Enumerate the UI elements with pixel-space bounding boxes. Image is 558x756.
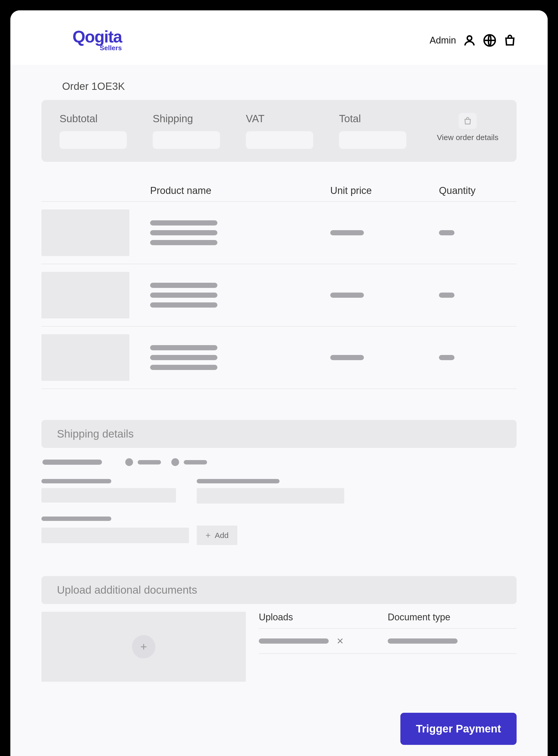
upload-doctype-cell [388, 638, 516, 644]
shipping-field-2 [197, 479, 344, 504]
quantity-cell [439, 230, 516, 235]
product-image [42, 209, 129, 256]
quantity-cell [439, 355, 516, 360]
add-button-label: Add [215, 531, 229, 540]
cart-icon[interactable] [503, 34, 516, 47]
shipping-row-3: + Add [42, 516, 516, 545]
admin-label[interactable]: Admin [430, 35, 456, 46]
plus-icon: + [205, 530, 211, 540]
upload-body: + Uploads Document type ✕ [42, 612, 516, 682]
plus-icon: + [132, 635, 155, 658]
product-name-cell [150, 345, 320, 370]
product-row [42, 202, 516, 264]
product-name-cell [150, 220, 320, 245]
radio-icon [171, 458, 179, 466]
logo-sub: Sellers [100, 44, 122, 52]
product-table-header: Product name Unit price Quantity [42, 162, 516, 202]
app-frame: Qogita Sellers Admin Order 1OE3K Subtota… [10, 10, 548, 756]
order-summary: Subtotal Shipping VAT Total View order d… [42, 100, 516, 162]
view-order-details-link[interactable]: View order details [437, 133, 499, 142]
col-quantity: Quantity [439, 185, 516, 196]
shipping-row-1 [42, 458, 516, 466]
footer-actions: Trigger Payment [42, 713, 516, 745]
shipping-fields [42, 479, 516, 504]
summary-shipping: Shipping [153, 113, 230, 149]
remove-upload-icon[interactable]: ✕ [336, 636, 344, 646]
header: Qogita Sellers Admin [10, 10, 548, 65]
total-label: Total [339, 113, 417, 125]
shipping-section-header: Shipping details [42, 420, 516, 448]
summary-actions: View order details [437, 113, 499, 142]
radio-icon [125, 458, 133, 466]
add-button[interactable]: + Add [197, 526, 237, 545]
header-actions: Admin [430, 34, 516, 47]
product-row [42, 326, 516, 389]
unit-price-cell [330, 293, 429, 298]
logo-main: Qogita [73, 28, 122, 45]
field-label [42, 479, 111, 483]
upload-table-header: Uploads Document type [259, 612, 516, 629]
unit-price-cell [330, 230, 429, 235]
field-input-3[interactable] [42, 528, 189, 543]
svg-point-0 [467, 36, 472, 40]
summary-total: Total [339, 113, 417, 149]
col-uploads: Uploads [259, 612, 388, 623]
col-unit-price: Unit price [330, 185, 429, 196]
product-name-cell [150, 283, 320, 308]
upload-row: ✕ [259, 629, 516, 654]
subtotal-value [59, 131, 127, 149]
subtotal-label: Subtotal [59, 113, 137, 125]
field-label [197, 479, 280, 483]
order-title: Order 1OE3K [42, 80, 516, 92]
shipping-label: Shipping [153, 113, 230, 125]
upload-table: Uploads Document type ✕ [259, 612, 516, 682]
trigger-payment-button[interactable]: Trigger Payment [400, 713, 516, 745]
col-doc-type: Document type [388, 612, 516, 623]
shipping-radio-group [125, 458, 207, 466]
vat-label: VAT [246, 113, 324, 125]
radio-option-1[interactable] [125, 458, 161, 466]
shipping-value [153, 131, 220, 149]
radio-option-2[interactable] [171, 458, 207, 466]
order-details-icon[interactable] [459, 113, 477, 129]
upload-filename-cell: ✕ [259, 636, 388, 646]
summary-subtotal: Subtotal [59, 113, 137, 149]
user-icon[interactable] [463, 34, 476, 47]
total-value [339, 131, 406, 149]
vat-value [246, 131, 313, 149]
field-input-2[interactable] [197, 488, 344, 504]
globe-icon[interactable] [483, 34, 497, 47]
logo[interactable]: Qogita Sellers [73, 28, 122, 52]
col-product-name: Product name [150, 185, 320, 196]
unit-price-cell [330, 355, 429, 360]
shipping-label-1 [43, 459, 102, 465]
product-row [42, 264, 516, 326]
content: Order 1OE3K Subtotal Shipping VAT Total [10, 65, 548, 756]
product-image [42, 334, 129, 381]
upload-section-header: Upload additional documents [42, 576, 516, 604]
summary-vat: VAT [246, 113, 324, 149]
field-input-1[interactable] [42, 488, 176, 503]
shipping-body: + Add [42, 448, 516, 545]
upload-dropzone[interactable]: + [42, 612, 246, 682]
quantity-cell [439, 293, 516, 298]
field-label [42, 516, 111, 521]
product-image [42, 272, 129, 319]
shipping-field-1 [42, 479, 176, 504]
